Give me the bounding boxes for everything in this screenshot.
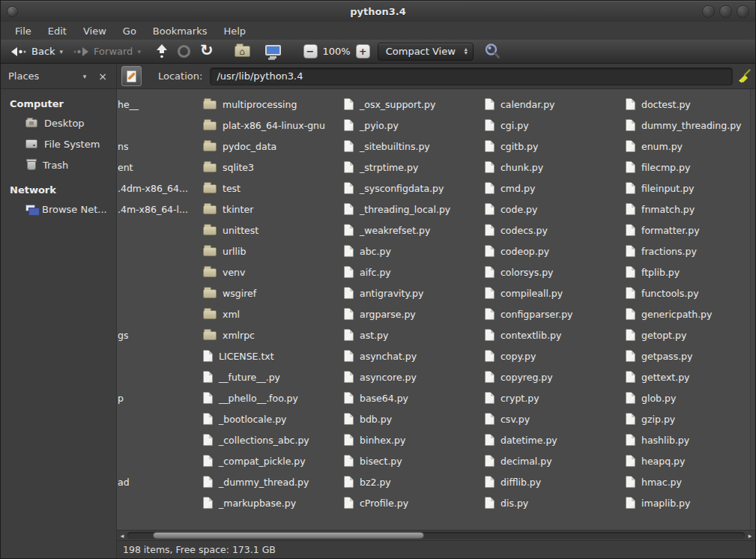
file-item[interactable]: difflib.py bbox=[485, 471, 541, 492]
file-item[interactable]: code.py bbox=[485, 199, 537, 220]
clipped-file-item[interactable]: .4m-x86_64-l... bbox=[117, 199, 188, 220]
file-item[interactable]: formatter.py bbox=[626, 220, 700, 241]
folder-item[interactable]: test bbox=[203, 178, 241, 199]
file-item[interactable]: cmd.py bbox=[485, 178, 535, 199]
clipped-file-item[interactable]: ad bbox=[117, 471, 130, 492]
folder-item[interactable]: sqlite3 bbox=[203, 157, 254, 178]
scrollbar-thumb[interactable] bbox=[153, 532, 424, 539]
home-button[interactable]: ⌂ bbox=[230, 43, 255, 59]
file-item[interactable]: codecs.py bbox=[485, 220, 548, 241]
file-item[interactable]: hashlib.py bbox=[626, 429, 689, 450]
file-item[interactable]: _threading_local.py bbox=[344, 199, 450, 220]
clear-path-button[interactable] bbox=[733, 68, 755, 84]
sidebar-item-trash[interactable]: Trash bbox=[1, 154, 116, 175]
file-item[interactable]: configparser.py bbox=[485, 303, 572, 324]
minimize-button[interactable] bbox=[702, 5, 715, 18]
file-item[interactable]: argparse.py bbox=[344, 303, 416, 324]
folder-item[interactable]: urllib bbox=[203, 241, 246, 262]
menu-edit[interactable]: Edit bbox=[40, 24, 75, 38]
places-dropdown-icon[interactable]: ▾ bbox=[83, 73, 87, 80]
file-item[interactable]: bdb.py bbox=[344, 408, 392, 429]
refresh-button[interactable]: ↻ bbox=[196, 43, 218, 61]
file-item[interactable]: _osx_support.py bbox=[344, 94, 435, 115]
file-item[interactable]: _pyio.py bbox=[344, 115, 399, 136]
file-item[interactable]: _markupbase.py bbox=[203, 492, 296, 513]
file-item[interactable]: gzip.py bbox=[626, 408, 675, 429]
forward-dropdown-icon[interactable]: ▾ bbox=[137, 48, 141, 55]
file-item[interactable]: doctest.py bbox=[626, 94, 691, 115]
folder-item[interactable]: multiprocessing bbox=[203, 94, 297, 115]
file-item[interactable]: fnmatch.py bbox=[626, 199, 695, 220]
sidebar-item-browse-net[interactable]: Browse Net... bbox=[1, 199, 116, 220]
file-item[interactable]: glob.py bbox=[626, 387, 676, 408]
file-item[interactable]: __phello__.foo.py bbox=[203, 387, 298, 408]
menu-help[interactable]: Help bbox=[215, 24, 254, 38]
file-item[interactable]: getpass.py bbox=[626, 345, 692, 366]
location-input[interactable] bbox=[210, 67, 733, 85]
file-item[interactable]: codeop.py bbox=[485, 241, 549, 262]
file-item[interactable]: contextlib.py bbox=[485, 324, 561, 345]
file-item[interactable]: antigravity.py bbox=[344, 282, 423, 303]
file-item[interactable]: asynchat.py bbox=[344, 345, 417, 366]
file-item[interactable]: imaplib.py bbox=[626, 492, 690, 513]
file-item[interactable]: ftplib.py bbox=[626, 262, 680, 282]
horizontal-scrollbar[interactable]: ◂ ▸ bbox=[117, 530, 755, 540]
file-item[interactable]: _weakrefset.py bbox=[344, 220, 430, 241]
file-item[interactable]: fileinput.py bbox=[626, 178, 695, 199]
menu-bookmarks[interactable]: Bookmarks bbox=[145, 24, 216, 38]
file-item[interactable]: enum.py bbox=[626, 136, 683, 157]
file-item[interactable]: cgi.py bbox=[485, 115, 529, 136]
view-mode-select[interactable]: Compact View ▴▾ bbox=[378, 43, 474, 61]
file-item[interactable]: aifc.py bbox=[344, 262, 391, 282]
file-item[interactable]: _dummy_thread.py bbox=[203, 471, 309, 492]
file-item[interactable]: cgitb.py bbox=[485, 136, 538, 157]
file-list-area[interactable]: he__nsent.4dm-x86_64....4m-x86_64-l...gs… bbox=[117, 89, 755, 530]
file-item[interactable]: _sysconfigdata.py bbox=[344, 178, 444, 199]
file-item[interactable]: datetime.py bbox=[485, 429, 557, 450]
sidebar-item-file-system[interactable]: File System bbox=[1, 133, 116, 154]
menu-view[interactable]: View bbox=[75, 24, 115, 38]
file-item[interactable]: dummy_threading.py bbox=[626, 115, 741, 136]
file-item[interactable]: chunk.py bbox=[485, 157, 543, 178]
desktop-button[interactable] bbox=[261, 46, 285, 58]
folder-item[interactable]: tkinter bbox=[203, 199, 253, 220]
menu-go[interactable]: Go bbox=[115, 24, 145, 38]
file-item[interactable]: _collections_abc.py bbox=[203, 429, 309, 450]
file-item[interactable]: asyncore.py bbox=[344, 366, 417, 387]
file-item[interactable]: calendar.py bbox=[485, 94, 555, 115]
back-dropdown-icon[interactable]: ▾ bbox=[60, 48, 64, 55]
search-button[interactable] bbox=[480, 40, 506, 62]
file-item[interactable]: filecmp.py bbox=[626, 157, 690, 178]
file-item[interactable]: bisect.py bbox=[344, 450, 402, 471]
file-item[interactable]: ast.py bbox=[344, 324, 388, 345]
places-label[interactable]: Places bbox=[8, 70, 83, 82]
file-item[interactable]: heapq.py bbox=[626, 450, 685, 471]
file-item[interactable]: __future__.py bbox=[203, 366, 280, 387]
file-item[interactable]: copyreg.py bbox=[485, 366, 553, 387]
file-item[interactable]: bz2.py bbox=[344, 471, 391, 492]
clipped-file-item[interactable]: gs bbox=[117, 324, 128, 345]
zoom-in-button[interactable]: + bbox=[356, 44, 370, 58]
folder-item[interactable]: wsgiref bbox=[203, 282, 256, 303]
file-item[interactable]: genericpath.py bbox=[626, 303, 712, 324]
clipped-file-item[interactable]: p bbox=[117, 387, 124, 408]
edit-path-button[interactable] bbox=[121, 66, 142, 86]
file-item[interactable]: colorsys.py bbox=[485, 262, 554, 282]
clipped-file-item[interactable]: ent bbox=[117, 157, 133, 178]
file-item[interactable]: base64.py bbox=[344, 387, 408, 408]
file-item[interactable]: _sitebuiltins.py bbox=[344, 136, 430, 157]
file-item[interactable]: binhex.py bbox=[344, 429, 405, 450]
zoom-out-button[interactable]: − bbox=[303, 44, 318, 58]
stop-button[interactable] bbox=[172, 42, 196, 61]
close-button[interactable] bbox=[737, 5, 749, 18]
folder-item[interactable]: pydoc_data bbox=[203, 136, 276, 157]
file-item[interactable]: cProfile.py bbox=[344, 492, 408, 513]
file-item[interactable]: hmac.py bbox=[626, 471, 682, 492]
file-item[interactable]: fractions.py bbox=[626, 241, 697, 262]
file-item[interactable]: dis.py bbox=[485, 492, 528, 513]
folder-item[interactable]: venv bbox=[203, 262, 245, 282]
file-item[interactable]: crypt.py bbox=[485, 387, 539, 408]
menu-file[interactable]: File bbox=[7, 24, 40, 38]
file-item[interactable]: getopt.py bbox=[626, 324, 686, 345]
file-item[interactable]: _strptime.py bbox=[344, 157, 418, 178]
